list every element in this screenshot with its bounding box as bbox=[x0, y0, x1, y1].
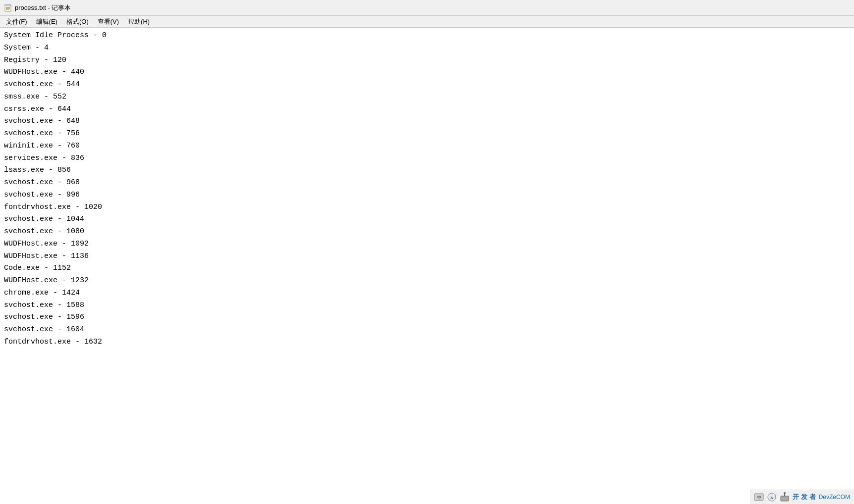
process-line-20: WUDFHost.exe - 1232 bbox=[4, 275, 850, 287]
process-line-12: svchost.exe - 968 bbox=[4, 177, 850, 189]
title-bar: process.txt - 记事本 bbox=[0, 0, 854, 16]
menu-view[interactable]: 查看(V) bbox=[94, 16, 123, 27]
process-line-3: WUDFHost.exe - 440 bbox=[4, 66, 850, 79]
text-content[interactable]: System Idle Process - 0System - 4Registr… bbox=[0, 28, 854, 504]
taskbar: 中 A 开 发 者 DevZeCOM bbox=[750, 490, 854, 504]
window-title: process.txt - 记事本 bbox=[15, 3, 71, 12]
menu-help[interactable]: 帮助(H) bbox=[124, 16, 154, 27]
menu-file[interactable]: 文件(F) bbox=[2, 16, 31, 27]
developer-label: 开 发 者 bbox=[793, 493, 815, 502]
svg-rect-1 bbox=[5, 4, 11, 6]
process-line-5: smss.exe - 552 bbox=[4, 91, 850, 103]
svg-text:中: 中 bbox=[757, 495, 761, 500]
process-line-11: lsass.exe - 856 bbox=[4, 164, 850, 177]
svg-text:A: A bbox=[771, 496, 774, 500]
process-line-16: svchost.exe - 1080 bbox=[4, 226, 850, 238]
svg-point-11 bbox=[784, 492, 786, 494]
menu-format[interactable]: 格式(O) bbox=[62, 16, 93, 27]
process-line-6: csrss.exe - 644 bbox=[4, 103, 850, 116]
process-line-4: svchost.exe - 544 bbox=[4, 79, 850, 91]
process-line-21: chrome.exe - 1424 bbox=[4, 287, 850, 300]
menu-bar: 文件(F) 编辑(E) 格式(O) 查看(V) 帮助(H) bbox=[0, 16, 854, 28]
svg-rect-9 bbox=[781, 496, 789, 501]
process-line-1: System - 4 bbox=[4, 42, 850, 54]
process-line-13: svchost.exe - 996 bbox=[4, 189, 850, 202]
notepad-icon bbox=[4, 4, 12, 12]
ime-icon: 中 bbox=[754, 492, 764, 502]
lang-icon: A bbox=[767, 492, 777, 502]
menu-edit[interactable]: 编辑(E) bbox=[32, 16, 61, 27]
process-line-2: Registry - 120 bbox=[4, 54, 850, 67]
process-line-25: fontdrvhost.exe - 1632 bbox=[4, 336, 850, 349]
process-line-18: WUDFHost.exe - 1136 bbox=[4, 251, 850, 263]
process-line-19: Code.exe - 1152 bbox=[4, 262, 850, 275]
process-line-17: WUDFHost.exe - 1092 bbox=[4, 238, 850, 251]
process-line-14: fontdrvhost.exe - 1020 bbox=[4, 202, 850, 214]
process-line-22: svchost.exe - 1588 bbox=[4, 300, 850, 312]
process-line-10: services.exe - 836 bbox=[4, 152, 850, 165]
network-icon bbox=[780, 492, 790, 502]
process-line-9: wininit.exe - 760 bbox=[4, 140, 850, 152]
process-line-0: System Idle Process - 0 bbox=[4, 30, 850, 42]
process-line-8: svchost.exe - 756 bbox=[4, 128, 850, 140]
devzecom-label: DevZeCOM bbox=[819, 494, 850, 501]
process-line-23: svchost.exe - 1596 bbox=[4, 311, 850, 324]
process-line-24: svchost.exe - 1604 bbox=[4, 324, 850, 336]
notepad-window: process.txt - 记事本 文件(F) 编辑(E) 格式(O) 查看(V… bbox=[0, 0, 854, 504]
process-line-7: svchost.exe - 648 bbox=[4, 115, 850, 128]
process-line-15: svchost.exe - 1044 bbox=[4, 213, 850, 226]
